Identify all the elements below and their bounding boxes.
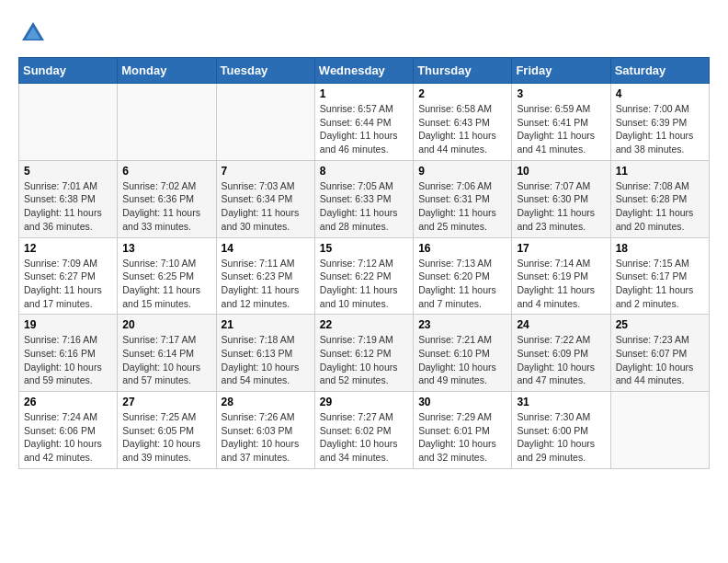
calendar-week-3: 12Sunrise: 7:09 AM Sunset: 6:27 PM Dayli… bbox=[19, 237, 710, 315]
calendar-cell: 9Sunrise: 7:06 AM Sunset: 6:31 PM Daylig… bbox=[414, 160, 512, 237]
day-header-saturday: Saturday bbox=[610, 58, 709, 84]
day-number: 28 bbox=[222, 396, 310, 408]
calendar-cell: 5Sunrise: 7:01 AM Sunset: 6:38 PM Daylig… bbox=[19, 160, 118, 237]
calendar-week-5: 26Sunrise: 7:24 AM Sunset: 6:06 PM Dayli… bbox=[19, 392, 710, 469]
day-info: Sunrise: 6:59 AM Sunset: 6:41 PM Dayligh… bbox=[517, 102, 605, 156]
calendar-cell: 6Sunrise: 7:02 AM Sunset: 6:36 PM Daylig… bbox=[118, 160, 216, 237]
day-number: 19 bbox=[24, 318, 112, 331]
calendar-cell: 18Sunrise: 7:15 AM Sunset: 6:17 PM Dayli… bbox=[610, 237, 709, 315]
day-number: 4 bbox=[616, 87, 704, 100]
calendar-cell: 13Sunrise: 7:10 AM Sunset: 6:25 PM Dayli… bbox=[118, 237, 216, 315]
calendar-cell: 29Sunrise: 7:27 AM Sunset: 6:02 PM Dayli… bbox=[314, 392, 413, 469]
calendar-cell: 3Sunrise: 6:59 AM Sunset: 6:41 PM Daylig… bbox=[512, 84, 610, 161]
calendar-cell bbox=[610, 392, 709, 469]
day-number: 16 bbox=[418, 242, 506, 255]
day-info: Sunrise: 7:11 AM Sunset: 6:23 PM Dayligh… bbox=[222, 257, 310, 311]
calendar-cell: 12Sunrise: 7:09 AM Sunset: 6:27 PM Dayli… bbox=[19, 237, 118, 315]
calendar-cell: 1Sunrise: 6:57 AM Sunset: 6:44 PM Daylig… bbox=[314, 84, 413, 161]
day-number: 14 bbox=[222, 242, 310, 255]
day-info: Sunrise: 7:00 AM Sunset: 6:39 PM Dayligh… bbox=[616, 102, 704, 156]
day-number: 25 bbox=[616, 318, 704, 331]
day-info: Sunrise: 7:29 AM Sunset: 6:01 PM Dayligh… bbox=[418, 410, 506, 465]
day-info: Sunrise: 7:22 AM Sunset: 6:09 PM Dayligh… bbox=[517, 333, 605, 387]
day-number: 13 bbox=[122, 242, 210, 255]
day-number: 17 bbox=[517, 242, 605, 255]
calendar-cell: 22Sunrise: 7:19 AM Sunset: 6:12 PM Dayli… bbox=[314, 315, 413, 392]
day-info: Sunrise: 7:01 AM Sunset: 6:38 PM Dayligh… bbox=[24, 179, 112, 234]
day-info: Sunrise: 7:07 AM Sunset: 6:30 PM Dayligh… bbox=[517, 179, 605, 234]
calendar-cell: 17Sunrise: 7:14 AM Sunset: 6:19 PM Dayli… bbox=[512, 237, 610, 315]
day-number: 23 bbox=[418, 318, 506, 331]
days-header-row: SundayMondayTuesdayWednesdayThursdayFrid… bbox=[19, 58, 710, 84]
calendar-cell: 7Sunrise: 7:03 AM Sunset: 6:34 PM Daylig… bbox=[216, 160, 314, 237]
calendar-cell bbox=[118, 84, 216, 161]
calendar-cell: 21Sunrise: 7:18 AM Sunset: 6:13 PM Dayli… bbox=[216, 315, 314, 392]
calendar-cell: 10Sunrise: 7:07 AM Sunset: 6:30 PM Dayli… bbox=[512, 160, 610, 237]
day-number: 7 bbox=[222, 165, 310, 178]
calendar-week-1: 1Sunrise: 6:57 AM Sunset: 6:44 PM Daylig… bbox=[19, 84, 710, 161]
calendar-cell: 8Sunrise: 7:05 AM Sunset: 6:33 PM Daylig… bbox=[314, 160, 413, 237]
calendar-cell bbox=[19, 84, 118, 161]
calendar-cell: 30Sunrise: 7:29 AM Sunset: 6:01 PM Dayli… bbox=[414, 392, 512, 469]
day-info: Sunrise: 6:58 AM Sunset: 6:43 PM Dayligh… bbox=[418, 102, 506, 156]
day-info: Sunrise: 7:10 AM Sunset: 6:25 PM Dayligh… bbox=[122, 257, 210, 311]
day-info: Sunrise: 7:21 AM Sunset: 6:10 PM Dayligh… bbox=[418, 333, 506, 387]
day-number: 20 bbox=[122, 318, 210, 331]
day-info: Sunrise: 7:17 AM Sunset: 6:14 PM Dayligh… bbox=[122, 333, 210, 387]
day-info: Sunrise: 7:14 AM Sunset: 6:19 PM Dayligh… bbox=[517, 257, 605, 311]
day-number: 15 bbox=[320, 242, 408, 255]
calendar-cell: 14Sunrise: 7:11 AM Sunset: 6:23 PM Dayli… bbox=[216, 237, 314, 315]
calendar-cell: 2Sunrise: 6:58 AM Sunset: 6:43 PM Daylig… bbox=[414, 84, 512, 161]
day-info: Sunrise: 7:26 AM Sunset: 6:03 PM Dayligh… bbox=[222, 410, 310, 465]
calendar-week-2: 5Sunrise: 7:01 AM Sunset: 6:38 PM Daylig… bbox=[19, 160, 710, 237]
calendar-cell: 20Sunrise: 7:17 AM Sunset: 6:14 PM Dayli… bbox=[118, 315, 216, 392]
day-header-wednesday: Wednesday bbox=[314, 58, 413, 84]
calendar-cell: 16Sunrise: 7:13 AM Sunset: 6:20 PM Dayli… bbox=[414, 237, 512, 315]
day-number: 6 bbox=[122, 165, 210, 178]
day-info: Sunrise: 7:06 AM Sunset: 6:31 PM Dayligh… bbox=[418, 179, 506, 234]
day-info: Sunrise: 7:05 AM Sunset: 6:33 PM Dayligh… bbox=[320, 179, 408, 234]
day-header-thursday: Thursday bbox=[414, 58, 512, 84]
day-info: Sunrise: 7:27 AM Sunset: 6:02 PM Dayligh… bbox=[320, 410, 408, 465]
day-info: Sunrise: 7:25 AM Sunset: 6:05 PM Dayligh… bbox=[122, 410, 210, 465]
day-info: Sunrise: 7:19 AM Sunset: 6:12 PM Dayligh… bbox=[320, 333, 408, 387]
day-number: 10 bbox=[517, 165, 605, 178]
day-number: 9 bbox=[418, 165, 506, 178]
logo bbox=[18, 18, 51, 48]
day-info: Sunrise: 7:03 AM Sunset: 6:34 PM Dayligh… bbox=[222, 179, 310, 234]
logo-icon bbox=[18, 18, 48, 48]
day-number: 27 bbox=[122, 396, 210, 408]
day-number: 8 bbox=[320, 165, 408, 178]
day-info: Sunrise: 7:13 AM Sunset: 6:20 PM Dayligh… bbox=[418, 257, 506, 311]
calendar-cell: 27Sunrise: 7:25 AM Sunset: 6:05 PM Dayli… bbox=[118, 392, 216, 469]
day-header-monday: Monday bbox=[118, 58, 216, 84]
calendar-cell: 23Sunrise: 7:21 AM Sunset: 6:10 PM Dayli… bbox=[414, 315, 512, 392]
day-number: 12 bbox=[24, 242, 112, 255]
calendar-table: SundayMondayTuesdayWednesdayThursdayFrid… bbox=[18, 57, 710, 469]
calendar-week-4: 19Sunrise: 7:16 AM Sunset: 6:16 PM Dayli… bbox=[19, 315, 710, 392]
day-number: 2 bbox=[418, 87, 506, 100]
calendar-cell: 28Sunrise: 7:26 AM Sunset: 6:03 PM Dayli… bbox=[216, 392, 314, 469]
day-info: Sunrise: 7:30 AM Sunset: 6:00 PM Dayligh… bbox=[517, 410, 605, 465]
day-header-sunday: Sunday bbox=[19, 58, 118, 84]
calendar-cell: 31Sunrise: 7:30 AM Sunset: 6:00 PM Dayli… bbox=[512, 392, 610, 469]
day-info: Sunrise: 7:23 AM Sunset: 6:07 PM Dayligh… bbox=[616, 333, 704, 387]
calendar-cell: 4Sunrise: 7:00 AM Sunset: 6:39 PM Daylig… bbox=[610, 84, 709, 161]
day-info: Sunrise: 6:57 AM Sunset: 6:44 PM Dayligh… bbox=[320, 102, 408, 156]
calendar-cell: 11Sunrise: 7:08 AM Sunset: 6:28 PM Dayli… bbox=[610, 160, 709, 237]
day-number: 3 bbox=[517, 87, 605, 100]
calendar-cell: 15Sunrise: 7:12 AM Sunset: 6:22 PM Dayli… bbox=[314, 237, 413, 315]
day-number: 30 bbox=[418, 396, 506, 408]
calendar-cell bbox=[216, 84, 314, 161]
day-info: Sunrise: 7:24 AM Sunset: 6:06 PM Dayligh… bbox=[24, 410, 112, 465]
calendar-cell: 25Sunrise: 7:23 AM Sunset: 6:07 PM Dayli… bbox=[610, 315, 709, 392]
day-info: Sunrise: 7:18 AM Sunset: 6:13 PM Dayligh… bbox=[222, 333, 310, 387]
day-header-friday: Friday bbox=[512, 58, 610, 84]
page-header bbox=[18, 18, 710, 48]
day-number: 5 bbox=[24, 165, 112, 178]
day-number: 21 bbox=[222, 318, 310, 331]
day-number: 18 bbox=[616, 242, 704, 255]
day-number: 26 bbox=[24, 396, 112, 408]
day-number: 31 bbox=[517, 396, 605, 408]
day-header-tuesday: Tuesday bbox=[216, 58, 314, 84]
